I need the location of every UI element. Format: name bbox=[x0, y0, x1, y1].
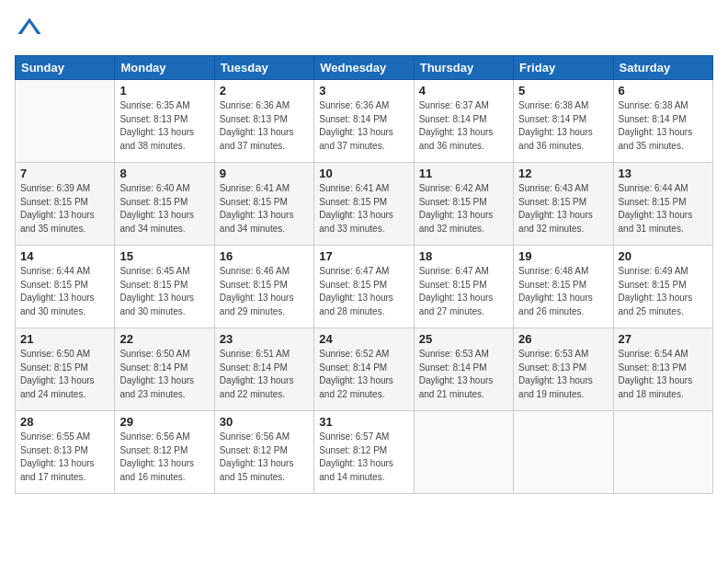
day-cell: 28Sunrise: 6:55 AM Sunset: 8:13 PM Dayli… bbox=[16, 411, 115, 494]
day-cell bbox=[16, 80, 115, 163]
day-cell: 27Sunrise: 6:54 AM Sunset: 8:13 PM Dayli… bbox=[613, 328, 712, 411]
day-number: 14 bbox=[20, 249, 109, 263]
day-number: 10 bbox=[319, 167, 408, 180]
col-header-sunday: Sunday bbox=[16, 56, 115, 80]
col-header-saturday: Saturday bbox=[613, 56, 712, 80]
page: SundayMondayTuesdayWednesdayThursdayFrid… bbox=[0, 0, 728, 563]
day-number: 16 bbox=[220, 249, 309, 263]
day-number: 1 bbox=[119, 84, 209, 98]
week-row-2: 7Sunrise: 6:39 AM Sunset: 8:15 PM Daylig… bbox=[16, 163, 713, 246]
day-info: Sunrise: 6:54 AM Sunset: 8:13 PM Dayligh… bbox=[619, 348, 708, 401]
day-number: 7 bbox=[20, 167, 109, 180]
col-header-wednesday: Wednesday bbox=[314, 56, 414, 80]
day-cell bbox=[414, 411, 513, 494]
week-row-3: 14Sunrise: 6:44 AM Sunset: 8:15 PM Dayli… bbox=[16, 246, 713, 328]
calendar-table: SundayMondayTuesdayWednesdayThursdayFrid… bbox=[15, 55, 713, 494]
day-cell: 1Sunrise: 6:35 AM Sunset: 8:13 PM Daylig… bbox=[115, 80, 214, 163]
day-number: 28 bbox=[20, 415, 109, 429]
logo bbox=[15, 15, 42, 44]
day-number: 15 bbox=[119, 249, 209, 263]
day-info: Sunrise: 6:38 AM Sunset: 8:14 PM Dayligh… bbox=[619, 99, 708, 153]
col-header-friday: Friday bbox=[514, 56, 613, 80]
day-number: 9 bbox=[220, 167, 309, 180]
day-number: 6 bbox=[619, 84, 708, 98]
day-cell: 26Sunrise: 6:53 AM Sunset: 8:13 PM Dayli… bbox=[514, 328, 613, 411]
day-cell: 12Sunrise: 6:43 AM Sunset: 8:15 PM Dayli… bbox=[514, 163, 613, 246]
day-cell: 17Sunrise: 6:47 AM Sunset: 8:15 PM Dayli… bbox=[314, 246, 414, 328]
day-number: 29 bbox=[119, 415, 209, 429]
day-info: Sunrise: 6:57 AM Sunset: 8:12 PM Dayligh… bbox=[319, 431, 408, 484]
day-info: Sunrise: 6:47 AM Sunset: 8:15 PM Dayligh… bbox=[419, 265, 508, 318]
day-info: Sunrise: 6:37 AM Sunset: 8:14 PM Dayligh… bbox=[419, 99, 508, 153]
day-info: Sunrise: 6:46 AM Sunset: 8:15 PM Dayligh… bbox=[220, 265, 309, 318]
day-cell: 2Sunrise: 6:36 AM Sunset: 8:13 PM Daylig… bbox=[214, 80, 313, 163]
day-cell: 9Sunrise: 6:41 AM Sunset: 8:15 PM Daylig… bbox=[214, 163, 313, 246]
day-cell: 3Sunrise: 6:36 AM Sunset: 8:14 PM Daylig… bbox=[314, 80, 414, 163]
day-number: 13 bbox=[619, 167, 708, 180]
day-info: Sunrise: 6:35 AM Sunset: 8:13 PM Dayligh… bbox=[119, 99, 209, 153]
day-info: Sunrise: 6:56 AM Sunset: 8:12 PM Dayligh… bbox=[119, 431, 209, 484]
day-info: Sunrise: 6:45 AM Sunset: 8:15 PM Dayligh… bbox=[119, 265, 209, 318]
day-cell: 6Sunrise: 6:38 AM Sunset: 8:14 PM Daylig… bbox=[613, 80, 712, 163]
day-cell: 10Sunrise: 6:41 AM Sunset: 8:15 PM Dayli… bbox=[314, 163, 414, 246]
day-cell: 7Sunrise: 6:39 AM Sunset: 8:15 PM Daylig… bbox=[16, 163, 115, 246]
day-number: 25 bbox=[419, 332, 508, 346]
day-cell: 14Sunrise: 6:44 AM Sunset: 8:15 PM Dayli… bbox=[16, 246, 115, 328]
day-info: Sunrise: 6:50 AM Sunset: 8:15 PM Dayligh… bbox=[20, 348, 109, 401]
day-info: Sunrise: 6:47 AM Sunset: 8:15 PM Dayligh… bbox=[319, 265, 408, 318]
day-info: Sunrise: 6:53 AM Sunset: 8:14 PM Dayligh… bbox=[419, 348, 508, 401]
day-number: 21 bbox=[20, 332, 109, 346]
day-number: 22 bbox=[119, 332, 209, 346]
day-cell: 13Sunrise: 6:44 AM Sunset: 8:15 PM Dayli… bbox=[613, 163, 712, 246]
day-info: Sunrise: 6:55 AM Sunset: 8:13 PM Dayligh… bbox=[20, 431, 109, 484]
day-number: 20 bbox=[619, 249, 708, 263]
day-number: 30 bbox=[220, 415, 309, 429]
day-number: 17 bbox=[319, 249, 408, 263]
day-cell bbox=[514, 411, 613, 494]
col-header-monday: Monday bbox=[115, 56, 214, 80]
day-info: Sunrise: 6:36 AM Sunset: 8:14 PM Dayligh… bbox=[319, 99, 408, 153]
day-info: Sunrise: 6:51 AM Sunset: 8:14 PM Dayligh… bbox=[220, 348, 309, 401]
day-info: Sunrise: 6:38 AM Sunset: 8:14 PM Dayligh… bbox=[518, 99, 608, 153]
day-info: Sunrise: 6:39 AM Sunset: 8:15 PM Dayligh… bbox=[20, 182, 109, 236]
day-number: 4 bbox=[419, 84, 508, 98]
day-info: Sunrise: 6:44 AM Sunset: 8:15 PM Dayligh… bbox=[619, 182, 708, 236]
day-cell: 15Sunrise: 6:45 AM Sunset: 8:15 PM Dayli… bbox=[115, 246, 214, 328]
day-number: 2 bbox=[220, 84, 309, 98]
day-cell: 19Sunrise: 6:48 AM Sunset: 8:15 PM Dayli… bbox=[514, 246, 613, 328]
day-number: 27 bbox=[619, 332, 708, 346]
day-cell: 21Sunrise: 6:50 AM Sunset: 8:15 PM Dayli… bbox=[16, 328, 115, 411]
day-number: 18 bbox=[419, 249, 508, 263]
day-cell: 20Sunrise: 6:49 AM Sunset: 8:15 PM Dayli… bbox=[613, 246, 712, 328]
day-number: 11 bbox=[419, 167, 508, 180]
day-cell: 29Sunrise: 6:56 AM Sunset: 8:12 PM Dayli… bbox=[115, 411, 214, 494]
day-cell: 25Sunrise: 6:53 AM Sunset: 8:14 PM Dayli… bbox=[414, 328, 513, 411]
week-row-5: 28Sunrise: 6:55 AM Sunset: 8:13 PM Dayli… bbox=[16, 411, 713, 494]
day-cell: 31Sunrise: 6:57 AM Sunset: 8:12 PM Dayli… bbox=[314, 411, 414, 494]
day-cell: 16Sunrise: 6:46 AM Sunset: 8:15 PM Dayli… bbox=[214, 246, 313, 328]
week-row-4: 21Sunrise: 6:50 AM Sunset: 8:15 PM Dayli… bbox=[16, 328, 713, 411]
day-number: 5 bbox=[518, 84, 608, 98]
day-info: Sunrise: 6:41 AM Sunset: 8:15 PM Dayligh… bbox=[319, 182, 408, 236]
day-cell: 24Sunrise: 6:52 AM Sunset: 8:14 PM Dayli… bbox=[314, 328, 414, 411]
day-cell: 18Sunrise: 6:47 AM Sunset: 8:15 PM Dayli… bbox=[414, 246, 513, 328]
day-info: Sunrise: 6:56 AM Sunset: 8:12 PM Dayligh… bbox=[220, 431, 309, 484]
header bbox=[15, 15, 713, 44]
day-info: Sunrise: 6:52 AM Sunset: 8:14 PM Dayligh… bbox=[319, 348, 408, 401]
day-number: 26 bbox=[518, 332, 608, 346]
day-info: Sunrise: 6:49 AM Sunset: 8:15 PM Dayligh… bbox=[619, 265, 708, 318]
day-info: Sunrise: 6:44 AM Sunset: 8:15 PM Dayligh… bbox=[20, 265, 109, 318]
day-cell: 4Sunrise: 6:37 AM Sunset: 8:14 PM Daylig… bbox=[414, 80, 513, 163]
day-cell: 11Sunrise: 6:42 AM Sunset: 8:15 PM Dayli… bbox=[414, 163, 513, 246]
day-cell: 8Sunrise: 6:40 AM Sunset: 8:15 PM Daylig… bbox=[115, 163, 214, 246]
day-info: Sunrise: 6:42 AM Sunset: 8:15 PM Dayligh… bbox=[419, 182, 508, 236]
col-header-tuesday: Tuesday bbox=[214, 56, 313, 80]
day-cell: 23Sunrise: 6:51 AM Sunset: 8:14 PM Dayli… bbox=[214, 328, 313, 411]
day-number: 8 bbox=[119, 167, 209, 180]
day-number: 31 bbox=[319, 415, 408, 429]
col-header-thursday: Thursday bbox=[414, 56, 513, 80]
day-cell: 30Sunrise: 6:56 AM Sunset: 8:12 PM Dayli… bbox=[214, 411, 313, 494]
day-info: Sunrise: 6:50 AM Sunset: 8:14 PM Dayligh… bbox=[119, 348, 209, 401]
day-info: Sunrise: 6:53 AM Sunset: 8:13 PM Dayligh… bbox=[518, 348, 608, 401]
day-number: 3 bbox=[319, 84, 408, 98]
